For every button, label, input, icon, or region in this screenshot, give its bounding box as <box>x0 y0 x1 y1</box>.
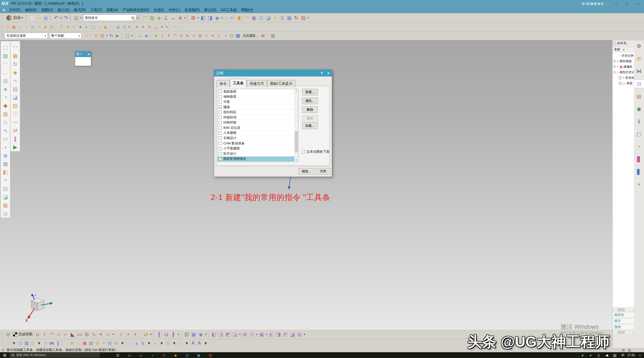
studio-spline-icon[interactable]: ∿ <box>90 331 97 338</box>
move-component-icon[interactable]: ↗ <box>42 340 49 346</box>
g-app-icon[interactable]: G <box>162 353 167 358</box>
toolbar-grip[interactable] <box>2 15 3 21</box>
through-curves-icon[interactable]: ▥ <box>2 76 9 85</box>
tools-icon[interactable]: × <box>634 180 643 189</box>
dropdown-icon[interactable]: ▾ <box>203 340 209 346</box>
variable-offset-icon[interactable]: ◓ <box>2 176 9 184</box>
menu-item[interactable]: 信息(I) <box>151 7 166 13</box>
tool-icon[interactable] <box>140 331 142 337</box>
product-outline-icon[interactable]: ⊞ <box>113 340 119 346</box>
tree-row[interactable]: + ◇ 模型视图 <box>613 58 634 64</box>
delete-face-icon[interactable]: ⊠ <box>241 331 248 338</box>
circle-center-icon[interactable]: ⊙ <box>197 33 203 39</box>
tree-row[interactable]: + 基准坐标系 <box>613 75 634 81</box>
trim-curve-icon[interactable]: × <box>118 331 125 338</box>
menu-item[interactable]: 文件(F) <box>7 7 23 13</box>
toolbar-checkbox[interactable] <box>219 131 222 135</box>
trimmed-sheet-icon[interactable]: ▤ <box>2 184 9 193</box>
cylinder-icon[interactable]: ▮ <box>279 14 286 21</box>
part-navigator-icon[interactable]: ⊟ <box>634 79 644 88</box>
scrollbar-thumb[interactable] <box>617 308 625 311</box>
redo-icon[interactable]: ↷ <box>62 14 69 21</box>
shaded-view-icon[interactable]: ◆ <box>214 14 221 21</box>
toolbar-list-row[interactable]: 结构焊接 <box>218 120 294 125</box>
revolve-icon[interactable]: ↻ <box>293 14 300 21</box>
spline-icon[interactable]: ∿ <box>146 24 153 30</box>
toolbar-grip[interactable] <box>70 15 71 21</box>
perpendicular-icon[interactable]: ⊔ <box>163 331 170 338</box>
toolbar-checkbox[interactable] <box>219 100 222 103</box>
chevron-down-icon[interactable]: ▾ <box>137 16 138 19</box>
mirror-assembly-icon[interactable]: ∷ <box>75 340 82 346</box>
menu-item[interactable]: 帮助(H) <box>239 7 255 13</box>
linked-object-icon[interactable]: ▣ <box>296 331 303 338</box>
half-section-icon[interactable]: ◖ <box>17 24 23 30</box>
sequence-icon[interactable]: ▨ <box>88 340 94 346</box>
snap-point-icon[interactable]: ∗ <box>153 33 159 39</box>
wrap-icon[interactable]: ◪ <box>12 93 19 101</box>
split-body-icon[interactable]: ◪ <box>265 14 272 21</box>
orange-sheet-icon[interactable]: ▧ <box>12 101 19 110</box>
selection-filter-select[interactable]: 无选择过滤器 ▾ <box>5 33 48 39</box>
heart-curve-icon[interactable]: ♡ <box>12 110 19 118</box>
dropdown-icon[interactable]: ▾ <box>197 14 199 21</box>
spline-point-icon[interactable]: ∿ <box>178 33 184 39</box>
gem-icon[interactable]: ◈ <box>42 24 49 30</box>
toolbar-list-row[interactable]: 焊接助理 <box>218 115 294 120</box>
tool-icon[interactable] <box>90 33 92 39</box>
enlarge-icon[interactable]: ▦ <box>2 201 9 209</box>
menu-item[interactable]: 首选项(P) <box>182 7 202 13</box>
toolbar-checkbox[interactable] <box>219 121 222 124</box>
taskbar-search-box[interactable]: 搜索 Web 和 Windows <box>10 353 100 357</box>
toolbar-checkbox[interactable] <box>219 116 222 119</box>
display-icon[interactable]: ▯ <box>596 353 601 358</box>
bend-icon[interactable]: ◠ <box>244 14 251 21</box>
scroll-right-icon[interactable]: › <box>632 308 633 311</box>
resize-blend-icon[interactable]: ◧ <box>268 331 275 338</box>
tool-icon[interactable] <box>115 331 117 337</box>
scroll-down-icon[interactable]: ∨ <box>296 158 297 162</box>
slab-icon[interactable]: ▥ <box>258 14 265 21</box>
menu-item[interactable]: 工具(T) <box>88 7 104 13</box>
scroll-left-icon[interactable]: ‹ <box>614 308 614 311</box>
dropdown-icon[interactable]: ▾ <box>307 14 310 21</box>
distance-icon[interactable]: ↔ <box>170 14 177 21</box>
folder-icon[interactable]: ▱ <box>127 353 132 358</box>
stack-icon[interactable]: ▤ <box>49 24 55 30</box>
assembly-navigator-icon[interactable]: ⊞ <box>634 54 643 63</box>
toolbar-list-row[interactable]: 编辑曲面 <box>218 94 294 100</box>
pattern-component-icon[interactable]: ⊕ <box>69 340 75 346</box>
menu-item[interactable]: 插入(S) <box>55 7 72 13</box>
toolbar-checkbox[interactable] <box>219 105 222 109</box>
replace-face-icon[interactable]: ◪ <box>231 331 238 338</box>
dropdown-icon[interactable]: ▾ <box>165 24 168 30</box>
select-rect-icon[interactable]: ⊠ <box>621 348 625 352</box>
pocket-icon[interactable]: ▣ <box>251 14 258 21</box>
arc-center-icon[interactable]: ◠ <box>172 33 178 39</box>
toolbar-list-row[interactable]: 航空设计 <box>218 151 294 156</box>
point-on-curve-icon[interactable]: / <box>216 33 222 39</box>
dropdown-icon[interactable]: ▾ <box>131 33 133 39</box>
arc-icon[interactable]: ◠ <box>48 331 55 338</box>
new-component-icon[interactable]: ⊞ <box>30 340 36 346</box>
sheet-icon[interactable]: ◠ <box>109 24 115 30</box>
command-search-box[interactable] <box>83 15 136 21</box>
web-browser-icon[interactable]: ℹ <box>634 117 643 126</box>
extend-icon[interactable]: + <box>140 24 146 30</box>
tool-icon[interactable] <box>153 331 155 337</box>
nx-app-icon[interactable]: ◆ <box>173 353 178 358</box>
dialog-button[interactable]: 属性... <box>302 98 318 104</box>
toolbar-grip[interactable] <box>2 33 3 38</box>
intersection-icon[interactable]: + <box>191 33 197 39</box>
tool-icon[interactable] <box>180 331 182 337</box>
visibility-checkbox[interactable] <box>619 82 622 85</box>
selection-scope-select[interactable]: 整个装配 ▾ <box>49 33 82 39</box>
wave-link-icon[interactable]: ⊟ <box>107 340 113 346</box>
tool-icon[interactable] <box>169 24 171 30</box>
menu-item[interactable]: 格式(R) <box>72 7 88 13</box>
wand-icon[interactable]: ▋ <box>634 168 643 176</box>
fillet-icon[interactable]: ⌐ <box>62 331 69 338</box>
rapid-dimension-icon[interactable]: ⇄ <box>142 331 149 338</box>
dropdown-icon[interactable]: ▾ <box>184 14 186 21</box>
assembly-constraints-icon[interactable]: ⋈ <box>49 340 55 346</box>
